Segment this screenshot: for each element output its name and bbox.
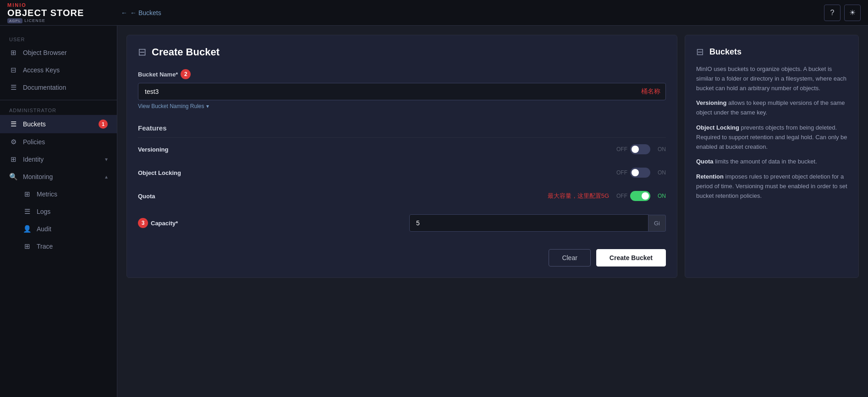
quota-off-label: OFF	[615, 193, 627, 199]
help-card-title: Buckets	[709, 47, 742, 57]
help-title-row: ⊟ Buckets	[696, 46, 847, 57]
help-card-icon: ⊟	[696, 46, 704, 57]
sidebar-item-trace[interactable]: ⊞ Trace	[0, 238, 117, 255]
help-versioning: Versioning allows to keep multiple versi…	[696, 98, 847, 118]
step3-badge: 3	[138, 218, 148, 228]
sidebar-item-label: Trace	[37, 243, 108, 250]
sidebar-item-label: Identity	[23, 156, 99, 163]
license-badge: AGPL	[7, 18, 22, 23]
versioning-toggle[interactable]	[630, 144, 650, 154]
logo-brand: MINIO	[7, 2, 117, 8]
sidebar-item-label: Monitoring	[23, 173, 99, 180]
object-browser-icon: ⊞	[9, 49, 17, 57]
bucket-name-label-row: Bucket Name* 2	[138, 69, 666, 79]
quota-annotation: 最大容量，这里配置5G	[548, 192, 609, 200]
logo-area: MINIO OBJECT STORE AGPL LICENSE	[7, 2, 117, 23]
identity-chevron-icon: ▾	[105, 156, 108, 163]
logs-icon: ☰	[23, 207, 31, 216]
versioning-toggle-wrap: OFF ON	[615, 144, 666, 154]
help-quota: Quota limits the amount of data in the b…	[696, 157, 847, 167]
quota-label: Quota	[138, 193, 548, 200]
naming-rules-chevron-icon: ▾	[206, 103, 209, 109]
bucket-name-input[interactable]	[138, 83, 666, 100]
monitoring-icon: 🔍	[9, 173, 17, 181]
breadcrumb-label: ← Buckets	[130, 9, 161, 16]
sidebar-item-label: Buckets	[23, 120, 93, 128]
action-buttons: Clear Create Bucket	[138, 249, 666, 266]
sidebar-item-monitoring[interactable]: 🔍 Monitoring ▴	[0, 168, 117, 185]
sidebar-item-audit[interactable]: 👤 Audit	[0, 220, 117, 238]
sidebar-item-object-browser[interactable]: ⊞ Object Browser	[0, 44, 117, 61]
sidebar-item-label: Audit	[37, 225, 108, 233]
help-quota-desc: limits the amount of data in the bucket.	[715, 158, 817, 165]
topbar: MINIO OBJECT STORE AGPL LICENSE ← ← Buck…	[0, 0, 868, 26]
object-locking-row: Object Locking OFF ON	[138, 161, 666, 185]
help-versioning-title: Versioning	[696, 99, 726, 106]
object-locking-off-label: OFF	[615, 169, 627, 176]
trace-icon: ⊞	[23, 242, 31, 250]
versioning-label: Versioning	[138, 146, 615, 153]
quota-toggle-knob	[642, 192, 649, 200]
theme-button[interactable]: ☀	[844, 5, 861, 21]
audit-icon: 👤	[23, 225, 31, 233]
sidebar-item-documentation[interactable]: ☰ Documentation	[0, 79, 117, 96]
policies-icon: ⚙	[9, 138, 17, 146]
capacity-unit: Gi	[648, 215, 666, 232]
buckets-badge: 1	[99, 120, 108, 129]
sidebar-item-label: Metrics	[37, 190, 108, 198]
sidebar-item-label: Object Browser	[23, 49, 108, 56]
help-card: ⊟ Buckets MinIO uses buckets to organize…	[685, 35, 859, 278]
help-icon: ?	[830, 9, 835, 17]
create-bucket-button[interactable]: Create Bucket	[596, 249, 666, 266]
capacity-input-wrap: Gi	[409, 214, 666, 232]
step2-badge: 2	[181, 69, 191, 79]
quota-on-label: ON	[653, 193, 666, 199]
clear-button[interactable]: Clear	[549, 249, 590, 266]
help-object-locking: Object Locking prevents objects from bei…	[696, 123, 847, 152]
sidebar-item-access-keys[interactable]: ⊟ Access Keys	[0, 61, 117, 79]
object-locking-on-label: ON	[653, 169, 666, 176]
versioning-toggle-knob	[632, 146, 639, 153]
object-locking-toggle-knob	[632, 169, 639, 176]
versioning-row: Versioning OFF ON	[138, 138, 666, 161]
quota-toggle[interactable]	[630, 191, 650, 201]
sidebar-item-policies[interactable]: ⚙ Policies	[0, 133, 117, 151]
sidebar-item-metrics[interactable]: ⊞ Metrics	[0, 185, 117, 203]
versioning-on-label: ON	[653, 146, 666, 152]
sidebar-item-logs[interactable]: ☰ Logs	[0, 203, 117, 220]
capacity-label-wrap: 3 Capacity*	[138, 218, 178, 228]
capacity-row: 3 Capacity* Gi	[138, 208, 666, 238]
logo-title: OBJECT STORE	[7, 8, 117, 18]
topbar-center: ← ← Buckets	[117, 9, 824, 16]
form-title-row: ⊟ Create Bucket	[138, 46, 666, 58]
sidebar: User ⊞ Object Browser ⊟ Access Keys ☰ Do…	[0, 26, 117, 397]
help-retention-title: Retention	[696, 173, 724, 180]
bucket-name-annotation: 桶名称	[641, 87, 660, 96]
breadcrumb-back[interactable]: ← ← Buckets	[121, 9, 161, 16]
sidebar-item-buckets[interactable]: ☰ Buckets 1	[0, 115, 117, 133]
theme-icon: ☀	[849, 8, 856, 17]
back-arrow-icon: ←	[121, 9, 127, 16]
quota-row: Quota 最大容量，这里配置5G OFF ON	[138, 185, 666, 208]
object-locking-label: Object Locking	[138, 169, 615, 176]
naming-rules-link[interactable]: View Bucket Naming Rules ▾	[138, 103, 666, 109]
monitoring-chevron-icon: ▴	[105, 174, 108, 180]
create-bucket-form-card: ⊟ Create Bucket Bucket Name* 2 桶名称 View …	[126, 35, 677, 278]
capacity-input[interactable]	[409, 214, 648, 232]
versioning-off-label: OFF	[615, 146, 627, 152]
bucket-name-label: Bucket Name*	[138, 71, 178, 78]
admin-section-label: Administrator	[0, 104, 117, 115]
user-section-label: User	[0, 33, 117, 44]
content-area: ⊟ Create Bucket Bucket Name* 2 桶名称 View …	[117, 26, 868, 397]
buckets-icon: ☰	[9, 120, 17, 128]
object-locking-toggle[interactable]	[630, 168, 650, 178]
bucket-name-input-wrap: 桶名称	[138, 83, 666, 100]
sidebar-item-identity[interactable]: ⊞ Identity ▾	[0, 151, 117, 168]
bucket-name-group: Bucket Name* 2 桶名称 View Bucket Naming Ru…	[138, 69, 666, 109]
capacity-label: Capacity*	[151, 220, 178, 227]
help-button[interactable]: ?	[824, 5, 841, 21]
metrics-icon: ⊞	[23, 190, 31, 198]
topbar-icons: ? ☀	[824, 5, 861, 21]
naming-rules-label: View Bucket Naming Rules	[138, 103, 204, 109]
quota-toggle-wrap: OFF ON	[615, 191, 666, 201]
